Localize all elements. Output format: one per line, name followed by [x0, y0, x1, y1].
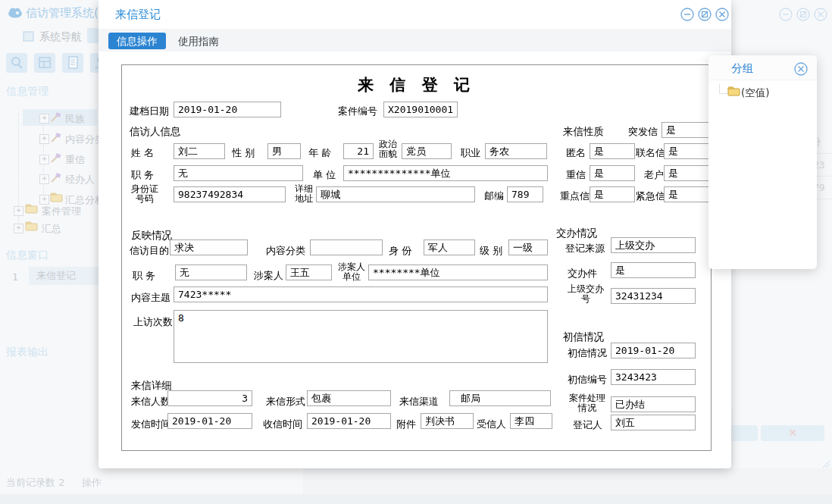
- people-count-input[interactable]: [167, 390, 252, 406]
- unit-label: 单 位: [313, 168, 336, 182]
- case-no-input[interactable]: [383, 102, 458, 117]
- political-input[interactable]: [402, 143, 452, 159]
- sup-no-input[interactable]: [611, 288, 696, 304]
- screen: 信访管理系统( 系统导航 信息管理 + 民族 + 内容分类 +: [0, 0, 832, 504]
- key-letter-input[interactable]: [590, 186, 635, 202]
- postcode-label: 邮编: [484, 189, 504, 203]
- tree-expander-icon[interactable]: +: [39, 134, 49, 144]
- address-label: 详细地址: [293, 184, 314, 204]
- age-input[interactable]: [343, 143, 374, 159]
- app-logo-cloud-icon: [8, 6, 23, 18]
- address-input[interactable]: [316, 186, 475, 202]
- reg-source-label: 登记来源: [565, 242, 605, 255]
- involved-unit-input[interactable]: [368, 265, 548, 280]
- bg-close-button[interactable]: ✕: [761, 425, 824, 441]
- restore-button[interactable]: [698, 8, 712, 21]
- content-class-label: 内容分类: [266, 244, 305, 258]
- unit-input[interactable]: [343, 165, 548, 181]
- section-info-window: 信息窗口: [6, 249, 48, 262]
- tree-expander-icon[interactable]: +: [39, 114, 49, 124]
- purpose-input[interactable]: [170, 239, 248, 255]
- gender-input[interactable]: [267, 143, 301, 159]
- letter-form-input[interactable]: [307, 390, 391, 406]
- first-info-input[interactable]: [611, 343, 696, 358]
- toolbar-search-button[interactable]: [6, 53, 27, 73]
- tree-expander-icon[interactable]: +: [39, 155, 49, 164]
- minimize-button[interactable]: [680, 8, 694, 21]
- letter-form-label: 来信形式: [266, 395, 305, 409]
- letter-register-window: 来信登记 信息操作 使用指南 来 信 登 记 建档日期 案件编号 信访人信息 姓…: [99, 0, 731, 468]
- reg-source-input[interactable]: [611, 237, 696, 253]
- tree-expander-icon[interactable]: +: [39, 195, 49, 205]
- channel-input[interactable]: [449, 390, 551, 406]
- involved-unit-label: 涉案人单位: [335, 262, 368, 282]
- archive-date-input[interactable]: [174, 102, 281, 117]
- joint-input[interactable]: [664, 143, 709, 159]
- attachment-input[interactable]: [421, 413, 474, 429]
- involved-input[interactable]: [286, 265, 332, 280]
- resize-handle-icon[interactable]: [821, 459, 830, 468]
- case-status-label: 案件处理情况: [565, 393, 609, 413]
- section-petitioner: 信访人信息: [130, 125, 181, 139]
- section-reflect: 反映情况: [131, 229, 172, 243]
- old-user-input[interactable]: [664, 165, 709, 181]
- repeat-letter-input[interactable]: [590, 165, 635, 181]
- tree-expander-icon[interactable]: +: [14, 224, 23, 233]
- app-title: 信访管理系统(: [26, 6, 99, 20]
- key-letter-label: 重点信: [560, 189, 590, 203]
- first-no-label: 初信编号: [568, 373, 607, 387]
- close-icon: ✕: [788, 427, 797, 439]
- people-count-label: 来信人数: [131, 395, 170, 409]
- first-no-input[interactable]: [611, 369, 696, 385]
- case-status-input[interactable]: [611, 396, 696, 412]
- tab-user-guide[interactable]: 使用指南: [170, 33, 227, 49]
- tree-item-anjian-guanli[interactable]: 案件管理: [42, 205, 81, 218]
- anonymous-input[interactable]: [590, 143, 635, 159]
- tree-guide-line: [719, 84, 727, 94]
- registrar-input[interactable]: [611, 415, 696, 430]
- send-time-label: 发信时间: [131, 418, 170, 431]
- nav-tab-system[interactable]: 系统导航: [39, 30, 82, 44]
- duty2-label: 职 务: [133, 269, 155, 283]
- tree-item-huizong[interactable]: 汇总: [42, 222, 61, 236]
- duty-input[interactable]: [174, 165, 303, 181]
- toolbar-document-button[interactable]: [62, 53, 83, 73]
- postcode-input[interactable]: [507, 186, 543, 202]
- id-no-input[interactable]: [174, 186, 286, 202]
- political-label: 政治面貌: [377, 139, 399, 159]
- assigned-input[interactable]: [611, 262, 696, 278]
- anonymous-label: 匿名: [566, 146, 586, 160]
- close-button[interactable]: [715, 8, 729, 21]
- window-title: 来信登记: [115, 8, 161, 22]
- occupation-input[interactable]: [485, 143, 547, 159]
- toolbar-table-button[interactable]: [34, 53, 55, 73]
- gender-label: 性 别: [232, 146, 255, 160]
- subject-input[interactable]: [174, 286, 548, 302]
- joint-label: 联名信: [636, 146, 665, 160]
- folder-icon: [25, 221, 38, 231]
- name-input[interactable]: [174, 143, 225, 159]
- tree-expander-icon[interactable]: +: [14, 206, 23, 216]
- tree-item-chongxin[interactable]: 重信: [65, 153, 85, 167]
- level-input[interactable]: [508, 239, 548, 255]
- recipient-input[interactable]: [510, 413, 552, 429]
- send-time-input[interactable]: [167, 413, 252, 429]
- group-empty-item[interactable]: (空值): [741, 86, 770, 100]
- attachment-label: 附件: [396, 418, 416, 431]
- group-panel-title: 分组: [731, 61, 753, 76]
- duty2-input[interactable]: [175, 265, 247, 280]
- tree-item-jingbanren[interactable]: 经办人: [65, 173, 95, 186]
- bg-window-controls[interactable]: [779, 8, 829, 23]
- identity-input[interactable]: [424, 239, 475, 255]
- visits-textarea[interactable]: 8: [174, 310, 548, 363]
- first-info-label: 初信情况: [568, 346, 607, 360]
- urgent-input[interactable]: [664, 186, 709, 202]
- group-panel-close-button[interactable]: [794, 62, 808, 76]
- tree-item-minzu[interactable]: 民族: [65, 112, 85, 126]
- tree-expander-icon[interactable]: +: [39, 174, 49, 184]
- recv-time-input[interactable]: [307, 413, 391, 429]
- content-class-input[interactable]: [310, 239, 383, 255]
- tab-info-operation[interactable]: 信息操作: [108, 33, 166, 49]
- sudden-input[interactable]: [662, 122, 709, 138]
- nav-tab2-icon[interactable]: [87, 28, 99, 43]
